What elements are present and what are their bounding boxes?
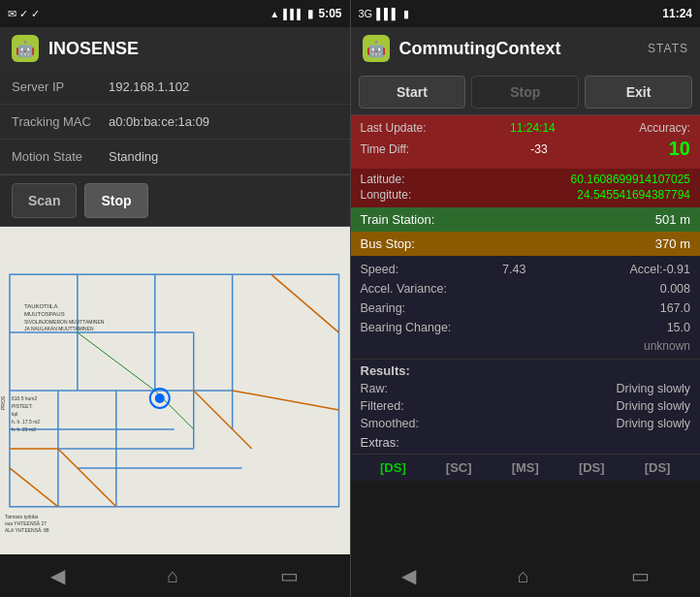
server-ip-label: Server IP bbox=[12, 79, 109, 94]
tag-sc[interactable]: [SC] bbox=[446, 460, 472, 475]
left-time: 5:05 bbox=[318, 7, 341, 20]
speed-value: 7.43 bbox=[398, 263, 629, 276]
svg-text:610.5 hum2: 610.5 hum2 bbox=[12, 395, 38, 401]
right-nav-bar: ◀ ⌂ ▭ bbox=[351, 554, 701, 597]
tag-ds-2[interactable]: [DS] bbox=[579, 460, 605, 475]
bearing-change-label: Bearing Change: bbox=[361, 321, 452, 334]
tracking-mac-value: a0:0b:ba:ce:1a:09 bbox=[109, 114, 209, 129]
left-nav-bar: ◀ ⌂ ▭ bbox=[0, 554, 350, 597]
left-stop-button[interactable]: Stop bbox=[84, 183, 147, 218]
back-button-right[interactable]: ◀ bbox=[401, 564, 416, 587]
raw-value: Driving slowly bbox=[617, 382, 690, 395]
svg-text:SIVOLINJOMERON MUUTTAMINEN: SIVOLINJOMERON MUUTTAMINEN bbox=[24, 319, 105, 325]
right-signal-icon: ▌▌▌ bbox=[376, 8, 398, 19]
recents-button-right[interactable]: ▭ bbox=[631, 564, 650, 587]
accel-variance-value: 0.008 bbox=[660, 282, 690, 296]
accel-variance-label: Accel. Variance: bbox=[361, 282, 447, 296]
right-stop-button[interactable]: Stop bbox=[471, 76, 579, 109]
bearing-value: 167.0 bbox=[660, 301, 690, 315]
time-diff-value: -33 bbox=[530, 142, 547, 156]
left-app-icon: 🤖 bbox=[12, 35, 39, 62]
time-diff-label: Time Diff: bbox=[361, 142, 410, 156]
bearing-change-value: 15.0 bbox=[667, 321, 690, 334]
svg-text:TAUKOTIILA: TAUKOTIILA bbox=[24, 303, 57, 309]
motion-state-label: Motion State bbox=[12, 149, 109, 164]
latitude-label: Latitude: bbox=[361, 173, 405, 186]
accuracy-value: 10 bbox=[669, 138, 690, 160]
tags-row: [DS] [SC] [MS] [DS] [DS] bbox=[351, 454, 701, 481]
filtered-label: Filtered: bbox=[361, 399, 404, 413]
results-title: Results: bbox=[361, 363, 691, 378]
accuracy-label: Accuracy: bbox=[639, 121, 690, 135]
speed-row: Speed: 7.43 Accel: -0.91 bbox=[361, 260, 691, 279]
recents-button-left[interactable]: ▭ bbox=[280, 564, 299, 587]
svg-text:JA NAULAKAN MUUTTAMINEN: JA NAULAKAN MUUTTAMINEN bbox=[24, 326, 94, 331]
bearing-row: Bearing: 167.0 bbox=[361, 298, 691, 318]
left-app-header: 🤖 INOSENSE bbox=[0, 27, 350, 70]
notification-icons: ✉ ✓ ✓ bbox=[8, 8, 40, 20]
info-section: Server IP 192.168.1.102 Tracking MAC a0:… bbox=[0, 70, 350, 175]
status-bar-right: 3G ▌▌▌ ▮ 11:24 bbox=[351, 0, 701, 27]
stats-label: STATS bbox=[648, 42, 688, 55]
train-station-row: Train Station: 501 m bbox=[351, 207, 701, 232]
server-ip-row: Server IP 192.168.1.102 bbox=[0, 70, 350, 105]
smoothed-row: Smoothed: Driving slowly bbox=[361, 415, 691, 432]
longitude-value: 24.545541694387794 bbox=[577, 188, 690, 202]
right-app-icon: 🤖 bbox=[363, 35, 390, 62]
right-time: 11:24 bbox=[662, 7, 692, 20]
motion-state-value: Standing bbox=[109, 149, 158, 164]
svg-text:Toimisto työtilat: Toimisto työtilat bbox=[5, 514, 39, 519]
svg-text:osa YHTEENSÄ 27: osa YHTEENSÄ 27 bbox=[5, 520, 47, 526]
last-update-value: 11:24:14 bbox=[510, 121, 556, 135]
unknown-label: unknown bbox=[644, 339, 690, 353]
metrics-section: Speed: 7.43 Accel: -0.91 Accel. Variance… bbox=[351, 256, 701, 359]
left-app-title: INOSENSE bbox=[48, 39, 139, 59]
battery-icon: ▮ bbox=[307, 7, 314, 20]
train-station-label: Train Station: bbox=[361, 212, 435, 227]
back-button-left[interactable]: ◀ bbox=[50, 564, 65, 587]
accel-label: Accel: bbox=[629, 263, 662, 276]
bearing-change-row: Bearing Change: 15.0 bbox=[361, 318, 691, 337]
scan-button[interactable]: Scan bbox=[12, 183, 77, 218]
start-button[interactable]: Start bbox=[359, 76, 466, 109]
network-type-icon: 3G bbox=[359, 8, 373, 19]
wifi-icon: ▲ bbox=[270, 9, 279, 19]
right-app-title: CommutingContext bbox=[399, 39, 561, 59]
tag-ms[interactable]: [MS] bbox=[512, 460, 539, 475]
svg-text:h. h. 23 m2: h. h. 23 m2 bbox=[12, 426, 36, 432]
svg-point-32 bbox=[155, 393, 165, 403]
home-button-right[interactable]: ⌂ bbox=[518, 565, 529, 587]
speed-label: Speed: bbox=[361, 263, 399, 276]
bus-stop-value: 370 m bbox=[655, 236, 690, 251]
latitude-value: 60.1608699914107025 bbox=[571, 173, 690, 186]
exit-button[interactable]: Exit bbox=[585, 76, 692, 109]
svg-text:MUUTOSPAUS: MUUTOSPAUS bbox=[24, 311, 65, 317]
accel-variance-row: Accel. Variance: 0.008 bbox=[361, 279, 691, 298]
bearing-label: Bearing: bbox=[361, 301, 406, 315]
home-button-left[interactable]: ⌂ bbox=[167, 565, 178, 587]
accel-value: -0.91 bbox=[663, 263, 691, 276]
smoothed-label: Smoothed: bbox=[361, 417, 419, 430]
results-section: Results: Raw: Driving slowly Filtered: D… bbox=[351, 359, 701, 454]
right-app-header: 🤖 CommutingContext STATS bbox=[351, 27, 701, 70]
extras-title: Extras: bbox=[361, 435, 691, 450]
right-panel: 3G ▌▌▌ ▮ 11:24 🤖 CommutingContext STATS … bbox=[351, 0, 701, 597]
tag-ds-3[interactable]: [DS] bbox=[645, 460, 671, 475]
tag-ds-1[interactable]: [DS] bbox=[380, 460, 406, 475]
svg-text:PISTEET:: PISTEET: bbox=[12, 403, 33, 409]
smoothed-value: Driving slowly bbox=[617, 417, 690, 430]
server-ip-value: 192.168.1.102 bbox=[109, 79, 189, 94]
unknown-row: unknown bbox=[361, 337, 691, 355]
svg-text:h. h. 17.5 m2: h. h. 17.5 m2 bbox=[12, 419, 40, 424]
motion-state-row: Motion State Standing bbox=[0, 140, 350, 174]
status-bar-left: ✉ ✓ ✓ ▲ ▌▌▌ ▮ 5:05 bbox=[0, 0, 350, 27]
tracking-mac-row: Tracking MAC a0:0b:ba:ce:1a:09 bbox=[0, 105, 350, 140]
train-station-value: 501 m bbox=[655, 212, 690, 227]
svg-text:kpl: kpl bbox=[12, 411, 17, 417]
tracking-mac-label: Tracking MAC bbox=[12, 114, 109, 129]
map-area: TAUKOTIILA MUUTOSPAUS SIVOLINJOMERON MUU… bbox=[0, 227, 350, 554]
filtered-value: Driving slowly bbox=[617, 399, 690, 413]
bus-stop-row: Bus Stop: 370 m bbox=[351, 232, 701, 256]
raw-label: Raw: bbox=[361, 382, 388, 395]
raw-row: Raw: Driving slowly bbox=[361, 380, 691, 397]
